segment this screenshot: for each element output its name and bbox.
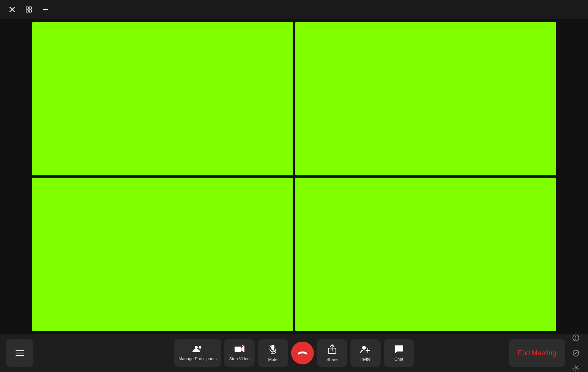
svg-point-24 xyxy=(575,367,577,369)
invite-label: Invite xyxy=(360,357,370,361)
side-icons xyxy=(570,332,582,372)
chat-button[interactable]: Chat xyxy=(384,339,414,367)
mute-button[interactable]: Mute xyxy=(258,339,288,367)
end-meeting-button[interactable]: End Meeting xyxy=(509,339,565,367)
video-icon xyxy=(234,345,245,355)
video-cell-3 xyxy=(32,178,293,331)
manage-participants-label: Manage Participants xyxy=(178,356,216,361)
svg-marker-10 xyxy=(241,346,244,352)
svg-point-7 xyxy=(195,346,198,349)
info-button[interactable] xyxy=(570,332,582,344)
toolbar: Manage Participants Stop Video xyxy=(0,334,588,372)
chat-label: Chat xyxy=(394,357,403,361)
svg-point-23 xyxy=(575,336,576,337)
mute-label: Mute xyxy=(268,357,277,362)
chat-icon xyxy=(394,345,404,355)
toolbar-center: Manage Participants Stop Video xyxy=(174,339,414,367)
svg-rect-3 xyxy=(29,7,32,9)
svg-rect-4 xyxy=(26,10,28,12)
security-button[interactable] xyxy=(570,347,582,359)
hamburger-icon xyxy=(16,350,24,351)
toolbar-left xyxy=(6,339,33,367)
minimize-button[interactable] xyxy=(39,3,52,16)
hangup-button[interactable] xyxy=(291,342,314,364)
video-area xyxy=(0,19,588,334)
video-cell-2 xyxy=(295,22,556,175)
mute-icon xyxy=(268,344,277,356)
stop-video-button[interactable]: Stop Video xyxy=(224,339,255,367)
hamburger-icon xyxy=(16,355,24,356)
svg-point-8 xyxy=(199,346,201,348)
video-cell-4 xyxy=(295,178,556,331)
invite-icon xyxy=(360,345,371,355)
title-bar xyxy=(0,0,588,19)
share-label: Share xyxy=(326,357,337,362)
hamburger-icon xyxy=(16,353,24,353)
close-button[interactable] xyxy=(6,3,18,16)
invite-button[interactable]: Invite xyxy=(350,339,381,367)
svg-rect-9 xyxy=(235,347,241,352)
menu-button[interactable] xyxy=(6,339,33,367)
share-button[interactable]: Share xyxy=(317,339,347,367)
video-cell-1 xyxy=(32,22,293,175)
end-meeting-label: End Meeting xyxy=(518,349,556,357)
settings-button[interactable] xyxy=(570,362,582,372)
share-icon xyxy=(327,344,337,356)
svg-rect-2 xyxy=(26,7,28,9)
toolbar-right: End Meeting xyxy=(509,332,582,372)
stop-video-label: Stop Video xyxy=(229,356,250,361)
participants-icon xyxy=(192,345,203,355)
svg-rect-5 xyxy=(29,10,32,12)
layout-button[interactable] xyxy=(23,3,35,16)
svg-point-18 xyxy=(362,346,366,350)
video-grid xyxy=(32,22,556,331)
manage-participants-button[interactable]: Manage Participants xyxy=(174,339,221,367)
